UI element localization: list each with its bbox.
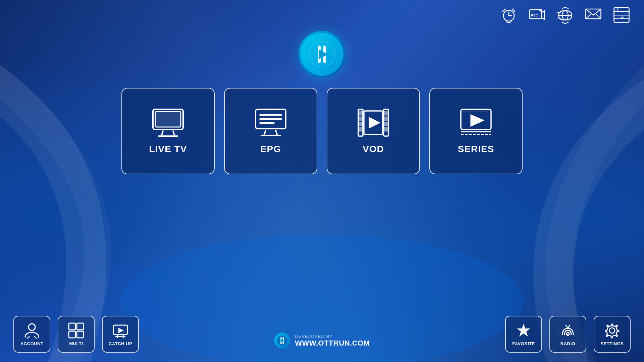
update-button[interactable] [612, 6, 631, 24]
top-bar: REC [0, 0, 644, 24]
svg-line-27 [161, 131, 163, 136]
epg-button[interactable]: EPG [224, 88, 317, 174]
series-button[interactable]: SERIES [429, 88, 523, 174]
svg-rect-40 [359, 117, 362, 120]
svg-line-15 [586, 14, 591, 19]
svg-rect-30 [155, 112, 181, 127]
svg-rect-39 [359, 112, 362, 115]
svg-line-28 [173, 131, 175, 136]
svg-marker-7 [542, 11, 545, 20]
svg-rect-41 [359, 122, 362, 126]
rec-button[interactable]: REC [528, 6, 546, 24]
msg-button[interactable] [584, 6, 602, 24]
svg-line-4 [503, 9, 505, 11]
main-menu: LIVE TV EPG [121, 88, 523, 174]
vpn-button[interactable] [556, 6, 574, 24]
series-label: SERIES [458, 144, 494, 155]
svg-line-36 [276, 130, 277, 135]
svg-rect-45 [384, 117, 388, 120]
svg-marker-25 [319, 49, 328, 59]
vod-label: VOD [363, 144, 384, 155]
svg-line-16 [596, 14, 601, 19]
svg-rect-47 [384, 128, 388, 131]
svg-rect-44 [384, 112, 388, 115]
svg-marker-49 [369, 118, 379, 128]
main-content: REC [0, 0, 644, 362]
svg-line-35 [264, 130, 266, 135]
svg-point-9 [539, 9, 542, 11]
live-tv-label: LIVE TV [149, 144, 187, 155]
vod-button[interactable]: VOD [327, 88, 420, 174]
live-tv-button[interactable]: LIVE TV [121, 88, 215, 174]
alarm-button[interactable] [500, 6, 518, 24]
svg-line-5 [513, 9, 515, 11]
svg-text:REC: REC [531, 13, 538, 17]
svg-rect-46 [384, 122, 388, 126]
svg-rect-42 [359, 128, 362, 131]
svg-marker-52 [471, 115, 483, 126]
app-logo [299, 31, 345, 78]
epg-label: EPG [260, 144, 281, 155]
